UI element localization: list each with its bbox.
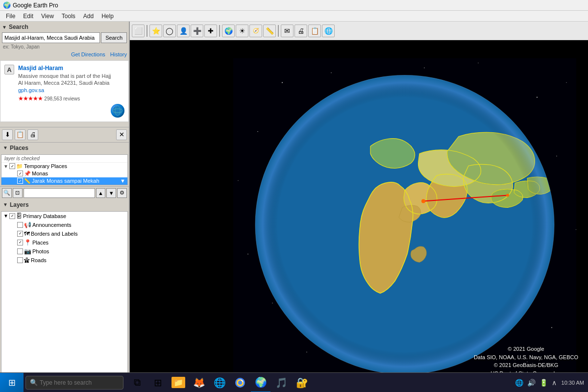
- result-globe: [4, 104, 124, 118]
- get-directions-link[interactable]: Get Directions: [71, 51, 105, 57]
- layer-item-photos[interactable]: 📷 Photos: [9, 247, 127, 256]
- menu-edit[interactable]: Edit: [19, 12, 37, 21]
- earth-btn[interactable]: 🌍: [222, 24, 235, 37]
- start-button[interactable]: ⊞: [0, 373, 24, 392]
- search-button[interactable]: Search: [101, 32, 127, 43]
- print-map-btn[interactable]: 🖨: [294, 24, 307, 37]
- layer-check-3[interactable]: ✓: [17, 240, 23, 245]
- places-icon: 📍: [24, 239, 31, 246]
- map-area[interactable]: ⬜ ⭐ ◯ 👤 ➕ ✚ 🌍 ☀ 🧭 📏 ✉ 🖨 📋 🌐: [130, 22, 588, 392]
- copy-map-btn[interactable]: 📋: [308, 24, 321, 37]
- places-up-btn[interactable]: ▲: [96, 188, 106, 198]
- attribution-line-1: © 2021 Google: [474, 345, 578, 353]
- globe-view-icon[interactable]: [111, 104, 124, 118]
- taskbar-firefox[interactable]: 🦊: [189, 373, 209, 392]
- taskbar-file-explorer[interactable]: 📁: [169, 373, 188, 392]
- sun-btn[interactable]: ☀: [236, 24, 248, 37]
- layers-tree: ▼ ✓ 🗄 Primary Database 📢 Announcements ✓: [1, 211, 128, 391]
- places-search-input[interactable]: [24, 188, 95, 198]
- print-button[interactable]: 🖨: [27, 129, 38, 140]
- places-tree: layer is checked ▼ ✓ 📁 Temporary Places …: [1, 154, 128, 185]
- tray-network[interactable]: 🌐: [514, 378, 524, 388]
- svg-point-25: [255, 75, 554, 374]
- ruler-btn[interactable]: 📏: [263, 24, 276, 37]
- add-placemark-btn[interactable]: ⭐: [149, 24, 162, 37]
- places-list-btn[interactable]: ⊡: [13, 188, 23, 198]
- tree-check-0[interactable]: ✓: [9, 163, 15, 169]
- places-item-temp[interactable]: ▼ ✓ 📁 Temporary Places: [1, 163, 127, 170]
- layer-check-2[interactable]: ✓: [17, 231, 23, 237]
- search-section-header: ▼ Search: [2, 24, 127, 30]
- places-down-btn[interactable]: ▼: [106, 188, 116, 198]
- add-shape-btn[interactable]: ✚: [204, 24, 217, 37]
- panel-close-button[interactable]: ✕: [116, 129, 127, 140]
- sidebar-toggle-btn[interactable]: ⬜: [132, 24, 145, 37]
- layer-item-borders[interactable]: ✓ 🗺 Borders and Labels: [9, 229, 127, 238]
- tray-battery[interactable]: 🔋: [539, 378, 549, 388]
- email-btn[interactable]: ✉: [281, 24, 294, 37]
- layer-label-5: Roads: [31, 257, 47, 263]
- roads-icon: 🛣: [24, 257, 30, 264]
- taskbar-chrome[interactable]: [230, 373, 250, 392]
- db-icon: 🗄: [16, 213, 22, 220]
- search-collapse-icon[interactable]: ▼: [2, 24, 7, 30]
- result-title[interactable]: Masjid al-Haram: [18, 65, 124, 72]
- layer-item-announcements[interactable]: 📢 Announcements: [9, 220, 127, 229]
- places-settings-btn[interactable]: ⚙: [117, 188, 127, 198]
- places-header: ▼ Places: [0, 143, 129, 153]
- tray-chevron[interactable]: ∧: [551, 378, 558, 388]
- svg-point-19: [478, 63, 478, 63]
- places-search-btn[interactable]: 🔍: [2, 188, 12, 198]
- add-overlay-btn[interactable]: 👤: [177, 24, 190, 37]
- places-label-0: Temporary Places: [24, 163, 67, 169]
- layer-check-0[interactable]: ✓: [9, 213, 15, 219]
- layer-check-1[interactable]: [17, 222, 23, 228]
- svg-point-12: [272, 303, 272, 303]
- folder-icon-0: 📁: [16, 163, 23, 170]
- layer-item-places[interactable]: ✓ 📍 Places: [9, 238, 127, 247]
- add-path-btn[interactable]: ➕: [191, 24, 203, 37]
- places-item-jarak[interactable]: ✓ 📏 Jarak Monas sampai Mekah ▼: [1, 177, 127, 185]
- tree-check-2[interactable]: ✓: [17, 178, 23, 184]
- copy-button[interactable]: 📋: [15, 129, 25, 140]
- svg-point-0: [113, 106, 122, 116]
- search-label: Search: [9, 24, 28, 30]
- taskbar-app-8[interactable]: 🔐: [292, 373, 312, 392]
- menu-help[interactable]: Help: [98, 12, 118, 21]
- taskbar-widgets[interactable]: ⊞: [148, 373, 168, 392]
- result-website[interactable]: gph.gov.sa: [18, 87, 124, 94]
- taskbar-task-view[interactable]: ⧉: [127, 373, 147, 392]
- search-input[interactable]: [2, 32, 100, 43]
- svg-point-11: [247, 253, 248, 254]
- layer-item-primary[interactable]: ▼ ✓ 🗄 Primary Database: [1, 212, 127, 220]
- history-link[interactable]: History: [110, 51, 127, 57]
- web-btn[interactable]: 🌐: [322, 24, 335, 37]
- taskbar-edge[interactable]: 🌐: [210, 373, 229, 392]
- layer-item-roads[interactable]: 🛣 Roads: [9, 256, 127, 265]
- taskbar-search-box[interactable]: 🔍: [25, 376, 123, 390]
- menu-tools[interactable]: Tools: [58, 12, 79, 21]
- menu-view[interactable]: View: [37, 12, 58, 21]
- scroll-icon: ▼: [120, 178, 125, 184]
- places-label-1: Monas: [32, 171, 48, 176]
- tb-sep-1: [147, 25, 147, 37]
- menu-file[interactable]: File: [2, 12, 19, 21]
- places-label: Places: [10, 145, 28, 151]
- places-collapse-icon[interactable]: ▼: [3, 145, 8, 150]
- taskbar-google-earth[interactable]: 🌍: [251, 373, 270, 392]
- tray-sound[interactable]: 🔊: [526, 378, 537, 388]
- ann-icon: 📢: [24, 221, 31, 228]
- layers-collapse-icon[interactable]: ▼: [3, 202, 8, 207]
- layer-check-5[interactable]: [17, 257, 23, 263]
- search-section: ▼ Search Search ex: Tokyo, Japan Get Dir…: [0, 22, 129, 59]
- taskbar-search-input[interactable]: [40, 379, 118, 386]
- places-item-monas[interactable]: ✓ 📌 Monas: [1, 170, 127, 177]
- download-button[interactable]: ⬇: [2, 129, 13, 140]
- menu-add[interactable]: Add: [79, 12, 98, 21]
- sky-btn[interactable]: 🧭: [249, 24, 262, 37]
- add-polygon-btn[interactable]: ◯: [163, 24, 176, 37]
- taskbar-app-7[interactable]: 🎵: [271, 373, 291, 392]
- layer-check-4[interactable]: [17, 248, 23, 254]
- tree-check-1[interactable]: ✓: [17, 171, 23, 176]
- globe-container: [233, 58, 576, 392]
